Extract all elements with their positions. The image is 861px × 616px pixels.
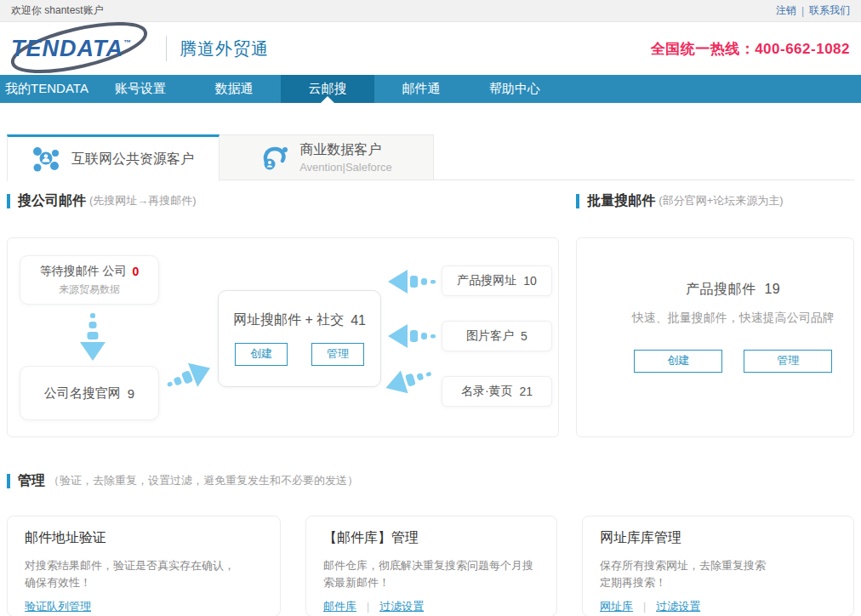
- tab-business-data-customers[interactable]: 商业数据客户 Avention|Saleforce: [220, 134, 434, 180]
- manage-section-header: 管理 （验证，去除重复，设置过滤，避免重复发生和不必要的发送）: [7, 471, 854, 490]
- hotline-number: 全国统一热线：400-662-1082: [651, 39, 850, 59]
- mail-library-link[interactable]: 邮件库: [323, 599, 356, 614]
- company-name-search-box[interactable]: 公司名搜官网 9: [20, 366, 159, 420]
- card-title: 邮件地址验证: [25, 529, 263, 547]
- batch-create-button[interactable]: 创建: [634, 350, 722, 373]
- tabs-row: 互联网公共资源客户 商业数据客户 Avention|Saleforce: [7, 134, 854, 180]
- section-title: 批量搜邮件: [587, 192, 655, 210]
- waiting-companies-source: 来源贸易数据: [59, 282, 120, 297]
- card-body: 对搜索结果邮件，验证是否真实存在确认， 确保有效性！: [25, 557, 263, 591]
- logo-tm: ™: [123, 38, 131, 47]
- filter-settings-link[interactable]: 过滤设置: [656, 599, 700, 614]
- arrow-up-left-icon: [382, 361, 436, 400]
- url-library-card: 网址库库管理 保存所有搜索网址，去除重复搜索 定期再搜索！ 网址库 | 过滤设置: [582, 516, 854, 616]
- logo-divider: [166, 36, 167, 61]
- card-body: 保存所有搜索网址，去除重复搜索 定期再搜索！: [600, 557, 836, 591]
- arrow-left-icon: [388, 323, 437, 349]
- nav-item-account-settings[interactable]: 账号设置: [94, 75, 187, 103]
- header: TENDATA ™ 腾道外贸通 全国统一热线：400-662-1082: [0, 22, 861, 75]
- batch-section-header: 批量搜邮件 (部分官网+论坛来源为主): [576, 191, 854, 210]
- product-search-mail-count: 19: [764, 282, 780, 296]
- nav-item-cloud-mail-search[interactable]: 云邮搜: [281, 75, 374, 103]
- logout-link[interactable]: 注销: [776, 3, 796, 18]
- arrow-up-right-icon: [161, 355, 216, 400]
- contact-us-link[interactable]: 联系我们: [809, 3, 850, 18]
- url-search-mail-box: 网址搜邮件 + 社交 41 创建 管理: [218, 290, 381, 387]
- arrow-down-icon: [79, 311, 106, 361]
- nav-item-mail-tong[interactable]: 邮件通: [374, 75, 468, 103]
- waiting-companies-count: 0: [133, 265, 140, 278]
- link-divider: |: [367, 601, 369, 613]
- section-accent-bar: [7, 194, 10, 208]
- section-note: （验证，去除重复，设置过滤，避免重复发生和不必要的发送）: [48, 473, 358, 488]
- image-customers-label: 图片客户: [466, 328, 514, 344]
- nav-item-help-center[interactable]: 帮助中心: [468, 75, 562, 103]
- nav-item-my-tendata[interactable]: 我的TENDATA: [0, 75, 94, 103]
- section-accent-bar: [576, 194, 579, 208]
- image-customers-box[interactable]: 图片客户 5: [442, 321, 552, 351]
- link-divider: |: [643, 601, 646, 613]
- url-library-link[interactable]: 网址库: [600, 599, 633, 614]
- search-flow-panel: 等待搜邮件 公司 0 来源贸易数据: [7, 237, 559, 437]
- section-note: (部分官网+论坛来源为主): [659, 193, 783, 208]
- waiting-companies-label: 等待搜邮件 公司: [40, 264, 127, 279]
- company-name-search-label: 公司名搜官网: [44, 385, 121, 402]
- tendata-logo[interactable]: TENDATA ™: [11, 26, 157, 71]
- tab-label: 商业数据客户: [299, 141, 381, 159]
- company-name-search-count: 9: [128, 386, 134, 401]
- directory-yellowpages-box[interactable]: 名录·黄页 21: [442, 376, 552, 407]
- mail-verification-card: 邮件地址验证 对搜索结果邮件，验证是否真实存在确认， 确保有效性！ 验证队列管理: [7, 516, 281, 616]
- tab-sublabel: Avention|Saleforce: [299, 161, 392, 174]
- section-note: (先搜网址→再搜邮件): [89, 193, 197, 208]
- topbar-links-divider: |: [801, 5, 804, 17]
- image-customers-count: 5: [521, 329, 527, 343]
- create-button[interactable]: 创建: [235, 343, 288, 366]
- card-body: 邮件仓库，彻底解决重复搜索问题每个月搜索最新邮件！: [323, 557, 539, 591]
- product-search-url-box[interactable]: 产品搜网址 10: [442, 265, 552, 296]
- filter-settings-link[interactable]: 过滤设置: [379, 599, 424, 614]
- section-title: 搜公司邮件: [18, 192, 86, 210]
- section-accent-bar: [7, 474, 10, 488]
- product-search-url-count: 10: [523, 274, 537, 288]
- card-title: 网址库库管理: [600, 529, 836, 547]
- directory-yellowpages-count: 21: [520, 385, 533, 398]
- mail-library-card: 【邮件库】管理 邮件仓库，彻底解决重复搜索问题每个月搜索最新邮件！ 邮件库 | …: [305, 516, 557, 616]
- main-nav: 我的TENDATA 账号设置 数据通 云邮搜 邮件通 帮助中心: [0, 75, 861, 103]
- network-people-icon: [32, 145, 60, 173]
- tab-internet-public-customers[interactable]: 互联网公共资源客户: [7, 134, 220, 181]
- directory-yellowpages-label: 名录·黄页: [461, 384, 513, 399]
- welcome-text: 欢迎你 shantest账户: [11, 3, 104, 18]
- batch-description: 快速、批量搜邮件，快速提高公司品牌: [613, 311, 853, 326]
- batch-search-panel: 产品搜邮件 19 快速、批量搜邮件，快速提高公司品牌 创建 管理: [576, 237, 854, 437]
- product-search-url-label: 产品搜网址: [457, 273, 516, 288]
- verification-queue-link[interactable]: 验证队列管理: [25, 599, 91, 614]
- topbar: 欢迎你 shantest账户 注销 | 联系我们: [0, 0, 861, 22]
- manage-button[interactable]: 管理: [311, 343, 364, 366]
- product-search-mail-title: 产品搜邮件 19: [613, 281, 853, 299]
- active-nav-caret-icon: [321, 96, 334, 103]
- section-title: 管理: [18, 472, 45, 490]
- page-content: 互联网公共资源客户 商业数据客户 Avention|Saleforce 搜公司邮…: [0, 134, 861, 616]
- arrow-left-icon: [388, 269, 437, 294]
- batch-manage-button[interactable]: 管理: [744, 350, 832, 373]
- search-section-header: 搜公司邮件 (先搜网址→再搜邮件): [7, 191, 559, 210]
- brand-name: 腾道外贸通: [180, 37, 269, 60]
- nav-item-data-tong[interactable]: 数据通: [187, 75, 281, 103]
- topbar-links: 注销 | 联系我们: [776, 3, 850, 18]
- logo-text: TENDATA: [11, 36, 123, 62]
- waiting-companies-box[interactable]: 等待搜邮件 公司 0 来源贸易数据: [20, 255, 159, 305]
- url-search-mail-count: 41: [351, 313, 366, 328]
- connection-person-icon: [260, 143, 289, 172]
- url-search-mail-label: 网址搜邮件 + 社交: [233, 311, 344, 329]
- tab-label: 互联网公共资源客户: [71, 151, 194, 168]
- card-title: 【邮件库】管理: [323, 529, 539, 547]
